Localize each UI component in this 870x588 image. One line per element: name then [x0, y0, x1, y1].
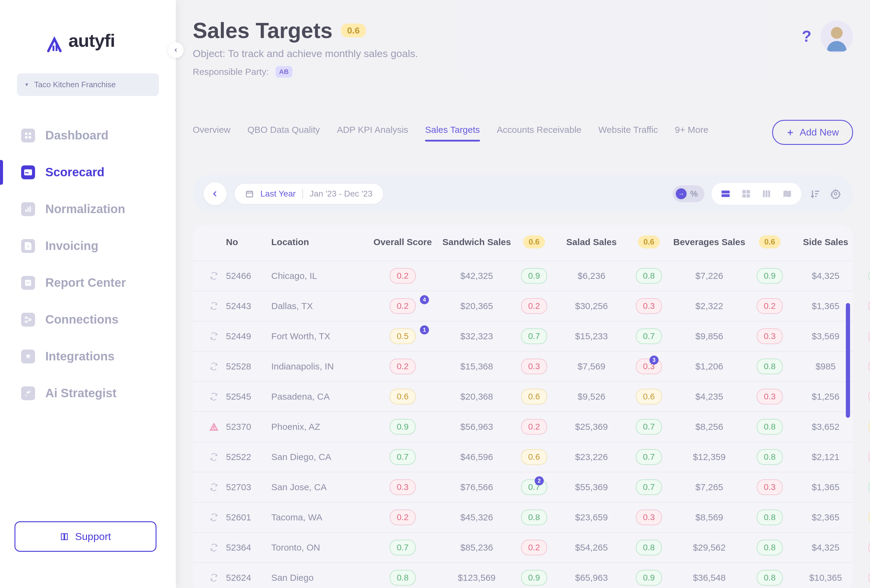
ai-icon — [21, 386, 35, 400]
score-pill: 0.8 — [390, 570, 416, 586]
percent-toggle[interactable]: → % — [673, 185, 705, 202]
nav-connections[interactable]: Connections — [0, 301, 176, 338]
cell-salad-value: $65,963 — [552, 573, 631, 583]
cell-location: Pasadena, CA — [271, 392, 368, 402]
cell-location: Fort Worth, TX — [271, 331, 368, 342]
col-sandwich[interactable]: Sandwich Sales — [437, 237, 516, 247]
tab-website-traffic[interactable]: Website Traffic — [599, 125, 658, 140]
col-beverages[interactable]: Beverages Sales — [667, 237, 752, 247]
cell-location: Phoenix, AZ — [271, 422, 368, 432]
sync-icon[interactable] — [202, 453, 226, 461]
score-pill: 0.7 — [636, 449, 662, 465]
cell-no: 52528 — [226, 361, 271, 371]
col-side[interactable]: Side Sales — [788, 237, 863, 247]
cell-sandwich-value: $85,236 — [437, 542, 516, 553]
cell-bev-value: $9,856 — [667, 331, 752, 342]
table-row[interactable]: 52703San Jose, CA0.3$76,5660.72$55,3690.… — [193, 472, 853, 502]
table-row[interactable]: 52601Tacoma, WA0.2$45,3260.8$23,6590.3$8… — [193, 502, 853, 532]
table-row[interactable]: 52528Indianapolis, IN0.2$15,3680.3$7,569… — [193, 351, 853, 381]
chevron-left-icon — [173, 47, 179, 53]
tab-overview[interactable]: Overview — [193, 125, 231, 140]
sync-icon[interactable] — [202, 302, 226, 310]
sync-icon[interactable] — [202, 332, 226, 340]
score-pill: 0.9 — [521, 268, 547, 284]
svg-rect-1 — [55, 43, 57, 51]
sync-icon[interactable] — [202, 393, 226, 401]
tab-adp-kpi-analysis[interactable]: ADP KPI Analysis — [337, 125, 408, 140]
user-avatar[interactable] — [821, 21, 853, 53]
page-header: Sales Targets 0.6 Object: To track and a… — [193, 18, 853, 77]
help-button[interactable]: ? — [802, 27, 811, 45]
score-pill: 0.7 — [521, 328, 547, 344]
cell-side-value: $985 — [788, 361, 863, 371]
cell-no: 52449 — [226, 331, 271, 342]
support-button[interactable]: Support — [15, 521, 156, 552]
settings-button[interactable] — [829, 187, 842, 200]
sync-icon[interactable] — [202, 483, 226, 491]
table-row[interactable]: 52449Fort Worth, TX0.51$32,3230.7$15,233… — [193, 321, 853, 351]
cell-no: 52443 — [226, 301, 271, 311]
table-row[interactable]: 52443Dallas, TX0.24$20,3650.2$30,2560.3$… — [193, 291, 853, 321]
integrations-icon — [21, 349, 35, 364]
table-row[interactable]: 52522San Diego, CA0.7$46,5960.6$23,2260.… — [193, 442, 853, 472]
alert-count-badge: 2 — [535, 476, 544, 486]
table-row[interactable]: 52545Pasadena, CA0.6$20,3680.6$9,5260.6$… — [193, 381, 853, 411]
cell-sandwich-value: $32,323 — [437, 331, 516, 342]
tab-qbo-data-quality[interactable]: QBO Data Quality — [247, 125, 320, 140]
score-pill: 0.2 — [390, 268, 416, 284]
nav-normalization[interactable]: Normalization — [0, 191, 176, 227]
col-salad[interactable]: Salad Sales — [552, 237, 631, 247]
tab-sales-targets[interactable]: Sales Targets — [425, 125, 480, 140]
nav-dashboard[interactable]: Dashboard — [0, 117, 176, 154]
nav-ai-strategist[interactable]: Ai Strategist — [0, 375, 176, 412]
sidebar-collapse-button[interactable] — [168, 42, 184, 58]
cell-no: 52522 — [226, 452, 271, 462]
sync-icon[interactable] — [202, 272, 226, 280]
sync-icon[interactable] — [202, 362, 226, 370]
view-grid-button[interactable] — [739, 187, 753, 200]
svg-point-14 — [29, 319, 31, 321]
svg-rect-21 — [722, 190, 730, 193]
cell-salad-value: $9,526 — [552, 392, 631, 402]
tab-more[interactable]: 9+ More — [675, 125, 708, 140]
nav-report-center[interactable]: Report Center — [0, 264, 176, 301]
col-location[interactable]: Location — [271, 237, 368, 247]
company-selector[interactable]: ▾ Taco Kitchen Franchise — [17, 73, 159, 96]
view-map-button[interactable] — [781, 187, 794, 200]
nav-scorecard[interactable]: Scorecard — [0, 154, 176, 191]
main-content: Sales Targets 0.6 Object: To track and a… — [176, 0, 870, 588]
date-range-selector[interactable]: Last Year Jan '23 - Dec '23 — [234, 183, 384, 205]
col-overall[interactable]: Overall Score — [368, 237, 437, 247]
nav-integrations[interactable]: Integrations — [0, 338, 176, 375]
tab-accounts-receivable[interactable]: Accounts Receivable — [497, 125, 581, 140]
arrow-right-circle-icon: → — [676, 189, 687, 199]
table-row[interactable]: 52370Phoenix, AZ0.9$56,9630.2$25,3690.7$… — [193, 411, 853, 442]
cell-salad-value: $23,659 — [552, 512, 631, 523]
table-row[interactable]: 52364Toronto, ON0.7$85,2360.2$54,2650.8$… — [193, 532, 853, 562]
normalization-icon — [21, 202, 35, 216]
col-no[interactable]: No — [226, 237, 271, 247]
score-pill: 0.6 — [869, 509, 870, 525]
score-pill: 0.8 — [636, 268, 662, 284]
svg-rect-26 — [746, 194, 750, 197]
score-pill: 0.2 — [521, 298, 547, 314]
back-button[interactable] — [204, 182, 226, 205]
sync-icon[interactable] — [202, 543, 226, 551]
sync-icon[interactable] — [202, 514, 226, 521]
table-scrollbar[interactable] — [846, 303, 850, 418]
sync-icon[interactable] — [202, 574, 226, 582]
cell-side-value: $1,365 — [788, 482, 863, 492]
cell-salad-value: $54,265 — [552, 542, 631, 553]
support-label: Support — [75, 531, 111, 542]
score-pill: 0.3 — [757, 328, 783, 344]
table-row[interactable]: 52624San Diego0.8$123,5690.9$65,9630.9$3… — [193, 562, 853, 588]
add-new-button[interactable]: Add New — [772, 120, 853, 145]
cell-bev-value: $8,569 — [667, 512, 752, 523]
cell-side-value: $10,365 — [788, 573, 863, 583]
view-list-button[interactable] — [719, 187, 732, 200]
nav-invoicing[interactable]: $ Invoicing — [0, 227, 176, 264]
table-row[interactable]: 52466Chicago, IL0.2$42,3250.9$6,2360.8$7… — [193, 260, 853, 291]
view-columns-button[interactable] — [760, 187, 773, 200]
sort-button[interactable] — [808, 187, 822, 200]
cell-location: San Diego — [271, 573, 368, 583]
